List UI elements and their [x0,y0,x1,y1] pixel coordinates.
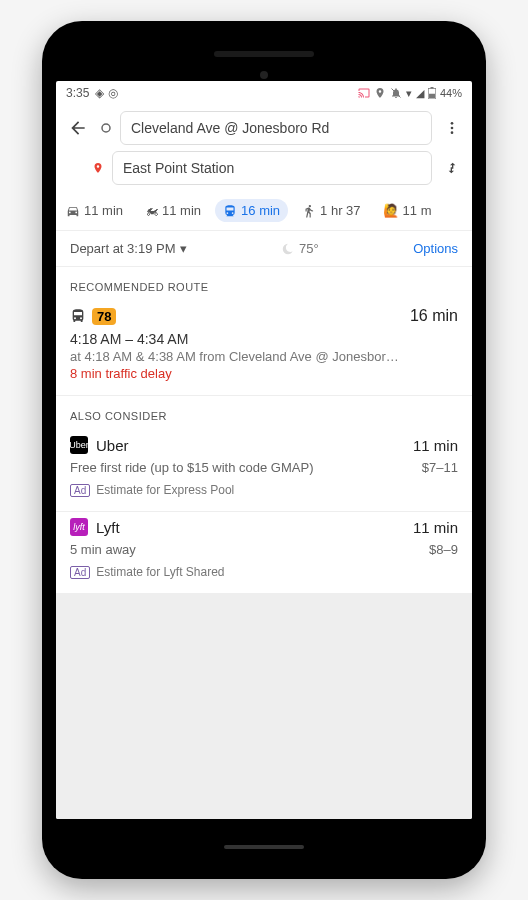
destination-input[interactable]: East Point Station [112,151,432,185]
consider-title: ALSO CONSIDER [56,396,472,430]
tab-car[interactable]: 11 min [58,199,131,222]
lyft-price: $8–9 [429,542,458,557]
back-button[interactable] [64,114,92,142]
uber-name: Uber [96,437,129,454]
weather: 75° [281,241,319,256]
lyft-name: Lyft [96,519,120,536]
uber-ad-text: Estimate for Express Pool [96,483,234,497]
tab-motorcycle[interactable]: 🏍 11 min [137,199,209,222]
status-time: 3:35 [66,86,89,100]
empty-space [56,594,472,819]
svg-point-4 [102,124,110,132]
screen: 3:35 ◈ ◎ ▾ ◢ 44% [56,81,472,819]
uber-subtext: Free first ride (up to $15 with code GMA… [70,460,313,475]
rideshare-icon: 🙋 [383,203,399,218]
lyft-duration: 11 min [413,519,458,536]
ad-badge: Ad [70,484,90,497]
tab-transit[interactable]: 16 min [215,199,288,222]
ad-badge: Ad [70,566,90,579]
lyft-ad-text: Estimate for Lyft Shared [96,565,224,579]
uber-price: $7–11 [422,460,458,475]
battery-percent: 44% [440,87,462,99]
phone-frame: 3:35 ◈ ◎ ▾ ◢ 44% [42,21,486,879]
route-time-range: 4:18 AM – 4:34 AM [70,331,458,347]
swap-button[interactable] [440,156,464,180]
tab-transit-label: 16 min [241,203,280,218]
battery-icon [428,87,436,99]
phone-home-indicator [224,845,304,849]
temperature: 75° [299,241,319,256]
tab-walk[interactable]: 1 hr 37 [294,199,368,222]
moon-icon [281,242,295,256]
tab-rideshare-label: 11 m [403,203,432,218]
more-menu-button[interactable] [440,116,464,140]
depart-selector[interactable]: Depart at 3:19 PM ▾ [70,241,187,256]
route-detail: at 4:18 AM & 4:38 AM from Cleveland Ave … [70,349,458,364]
depart-options-bar: Depart at 3:19 PM ▾ 75° Options [56,231,472,267]
origin-row: Cleveland Ave @ Jonesboro Rd [56,105,472,151]
destination-pin-icon [92,162,104,174]
tab-rideshare[interactable]: 🙋 11 m [375,199,440,222]
status-bar: 3:35 ◈ ◎ ▾ ◢ 44% [56,81,472,105]
dnd-icon [390,87,402,99]
route-delay: 8 min traffic delay [70,366,458,381]
destination-row: East Point Station [56,151,472,191]
uber-icon: Uber [70,436,88,454]
tab-motorcycle-label: 11 min [162,203,201,218]
recommended-title: RECOMMENDED ROUTE [56,267,472,301]
location-icon [374,87,386,99]
recommended-route-card[interactable]: 78 16 min 4:18 AM – 4:34 AM at 4:18 AM &… [56,301,472,396]
depart-label: Depart at 3:19 PM [70,241,176,256]
svg-rect-3 [429,94,435,99]
phone-camera [260,71,268,79]
svg-point-7 [451,131,454,134]
status-icon-group: ◈ ◎ [95,86,117,100]
svg-point-6 [451,127,454,130]
phone-speaker [214,51,314,57]
tab-walk-label: 1 hr 37 [320,203,360,218]
bus-number-badge: 78 [92,308,116,325]
ride-option-uber[interactable]: Uber Uber 11 min Free first ride (up to … [56,430,472,512]
bus-icon [70,308,86,324]
wifi-icon: ▾ [406,87,412,100]
route-duration: 16 min [410,307,458,325]
chevron-down-icon: ▾ [180,241,187,256]
tab-car-label: 11 min [84,203,123,218]
origin-input[interactable]: Cleveland Ave @ Jonesboro Rd [120,111,432,145]
motorcycle-icon: 🏍 [145,203,158,218]
svg-point-5 [451,122,454,125]
signal-icon: ◢ [416,87,424,100]
cast-icon [358,87,370,99]
ride-option-lyft[interactable]: lyft Lyft 11 min 5 min away $8–9 Ad Esti… [56,512,472,594]
origin-dot-icon [100,122,112,134]
svg-rect-2 [430,87,433,89]
lyft-icon: lyft [70,518,88,536]
uber-duration: 11 min [413,437,458,454]
travel-mode-tabs: 11 min 🏍 11 min 16 min 1 hr 37 🙋 11 m [56,191,472,231]
lyft-subtext: 5 min away [70,542,136,557]
options-link[interactable]: Options [413,241,458,256]
